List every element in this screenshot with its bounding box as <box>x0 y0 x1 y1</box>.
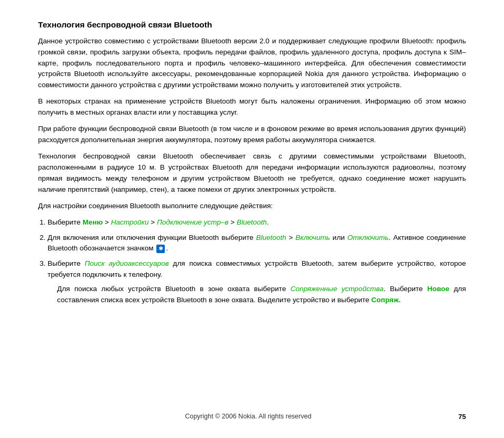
sub-paragraph: Для поиска любых устройств Bluetooth в з… <box>57 284 466 306</box>
sub-text1: Для поиска любых устройств Bluetooth в з… <box>57 285 291 293</box>
page: Технология беспроводной связи Bluetooth … <box>0 0 504 438</box>
step2-mid: > <box>286 234 296 241</box>
step1-mid3: > <box>229 218 237 226</box>
step1-podkl: Подключение устр–в <box>157 218 229 226</box>
step1-nastroyki: Настройки <box>111 218 149 226</box>
step-1: Выберите Меню > Настройки > Подключение … <box>48 217 466 228</box>
sub-novoe: Новое <box>427 285 450 293</box>
step2-bluetooth: Bluetooth <box>256 234 286 241</box>
step2-text: Для включения или отключения функции Blu… <box>48 234 256 241</box>
step2-otkl: Отключить <box>347 234 388 241</box>
footer: Copyright © 2006 Nokia. All rights reser… <box>0 412 504 422</box>
paragraph-2: В некоторых странах на применение устрой… <box>38 96 466 118</box>
footer-copyright: Copyright © 2006 Nokia. All rights reser… <box>0 412 459 422</box>
step1-mid: > <box>103 218 111 226</box>
sub-link1: Сопряженные устройства <box>291 285 384 293</box>
step1-mid2: > <box>148 218 156 226</box>
paragraph-5: Для настройки соединения Bluetooth выпол… <box>38 201 466 212</box>
step2-vkl: Включить <box>295 234 330 241</box>
step1-text: Выберите <box>48 218 82 226</box>
step2-end2: . <box>166 244 168 252</box>
sub-sopryazh: Сопряж. <box>371 296 400 304</box>
step1-menu: Меню <box>82 218 102 226</box>
step2-or: или <box>330 234 348 241</box>
footer-page-number: 75 <box>459 412 504 422</box>
step1-bluetooth: Bluetooth <box>237 218 267 226</box>
bluetooth-icon <box>156 245 165 253</box>
step-2: Для включения или отключения функции Blu… <box>48 232 466 255</box>
step-3: Выберите Поиск аудиоаксессуаров для поис… <box>48 258 466 306</box>
page-title: Технология беспроводной связи Bluetooth <box>38 19 466 31</box>
step3-link: Поиск аудиоаксессуаров <box>85 259 169 267</box>
step3-text: Выберите <box>48 259 85 267</box>
paragraph-4: Технология беспроводной связи Bluetooth … <box>38 151 466 195</box>
paragraph-1: Данное устройство совместимо с устройств… <box>38 36 466 91</box>
paragraph-3: При работе функции беспроводной связи Bl… <box>38 124 466 146</box>
sub-text2: . Выберите <box>384 285 427 293</box>
step1-end: . <box>267 218 269 226</box>
steps-list: Выберите Меню > Настройки > Подключение … <box>48 217 466 306</box>
